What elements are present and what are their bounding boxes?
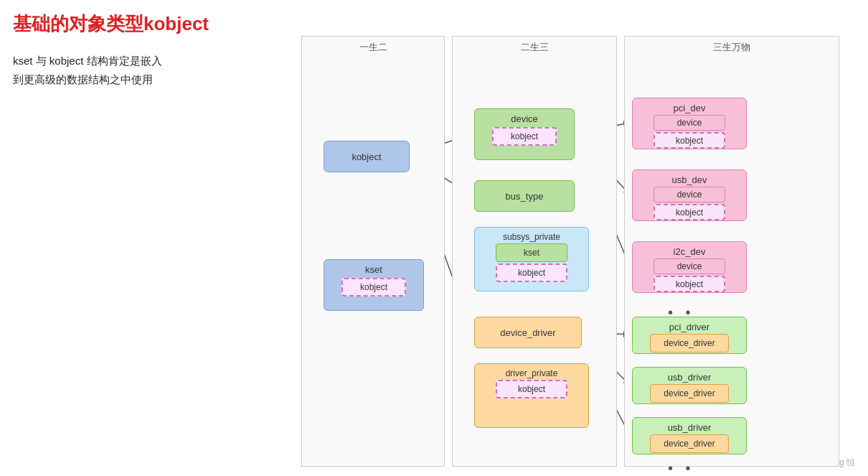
box-devdriver: device_driver	[474, 317, 582, 348]
devdriver-in-usbdriver2: device_driver	[650, 434, 729, 453]
col3-label: 三生万物	[625, 41, 839, 54]
box-bustype: bus_type	[474, 180, 575, 212]
device-in-pcidev-label: device	[677, 118, 702, 128]
subtitle-line2: 到更高级的数据结构之中使用	[13, 70, 162, 89]
device-in-i2cdev: device	[654, 258, 725, 274]
kobject-in-pcidev: kobject	[654, 132, 725, 149]
kobject-in-i2cdev-label: kobject	[676, 279, 703, 289]
kobject-in-device: kobject	[492, 127, 557, 146]
kobject-in-usbdev: kobject	[654, 204, 725, 220]
devdriver-in-usbdriver2-label: device_driver	[664, 439, 714, 449]
box-usbdev: usb_dev device kobject	[632, 169, 747, 221]
device-label: device	[511, 113, 538, 124]
page-title: 基础的对象类型kobject	[13, 11, 209, 37]
usbdev-label: usb_dev	[671, 174, 707, 185]
device-in-pcidev: device	[654, 115, 725, 131]
pcidev-label: pci_dev	[674, 103, 706, 113]
box-device: device kobject	[474, 108, 575, 160]
kset-in-subsys-label: kset	[524, 248, 539, 258]
devdriver-in-pcidriver-label: device_driver	[664, 338, 714, 348]
subtitle-line1: kset 与 kobject 结构肯定是嵌入	[13, 52, 162, 70]
kobject-in-usbdev-label: kobject	[676, 207, 703, 218]
devdriver-in-usbdriver1-label: device_driver	[664, 388, 714, 398]
box-i2cdev: i2c_dev device kobject	[632, 241, 747, 293]
kobject-in-pcidev-label: kobject	[676, 136, 703, 146]
devdriver-label: device_driver	[500, 327, 555, 338]
device-in-usbdev-label: device	[677, 190, 702, 200]
box-drvprivate: driver_private kobject	[474, 363, 589, 428]
kobject-in-drvprivate-label: kobject	[518, 384, 545, 394]
device-in-i2cdev-label: device	[677, 261, 702, 271]
devdriver-in-usbdriver1: device_driver	[650, 384, 729, 403]
kobject-in-subsys-label: kobject	[518, 268, 545, 278]
box-pcidriver: pci_driver device_driver	[632, 317, 747, 354]
box-subsys: subsys_private kset kobject	[474, 227, 589, 291]
drvprivate-label: driver_private	[506, 368, 558, 378]
col-1: 一生二 kobject kset kobject	[301, 36, 445, 467]
usbdriver2-label: usb_driver	[668, 422, 712, 433]
box-kset: kset kobject	[324, 259, 424, 311]
box-kobject-main: kobject	[324, 141, 410, 172]
kobject-in-drvprivate: kobject	[496, 380, 567, 398]
col-2: 二生三 device kobject bus_type subsys_priva…	[452, 36, 617, 467]
device-in-usbdev: device	[654, 187, 725, 202]
devdriver-in-pcidriver: device_driver	[650, 334, 729, 353]
kobject-in-subsys: kobject	[496, 263, 567, 282]
kobject-in-device-label: kobject	[511, 131, 538, 141]
subsys-label: subsys_private	[503, 232, 560, 242]
kobject-in-kset: kobject	[341, 278, 406, 297]
kobject-in-kset-label: kobject	[360, 282, 387, 292]
kset-in-subsys: kset	[496, 243, 567, 262]
kobject-in-i2cdev: kobject	[654, 276, 725, 292]
col-3: 三生万物 pci_dev device kobject usb_dev devi…	[624, 36, 839, 467]
box-usbdriver2: usb_driver device_driver	[632, 417, 747, 454]
bustype-label: bus_type	[506, 191, 544, 202]
col2-label: 二生三	[453, 41, 616, 54]
kset-label: kset	[365, 264, 382, 275]
i2cdev-label: i2c_dev	[674, 246, 706, 257]
box-usbdriver1: usb_driver device_driver	[632, 367, 747, 404]
dots-bottom: • •	[668, 460, 695, 476]
diagram: 一生二 kobject kset kobject 二生三 device kobj…	[301, 36, 854, 467]
col1-label: 一生二	[302, 41, 444, 54]
kobject-main-label: kobject	[352, 151, 381, 162]
box-pcidev: pci_dev device kobject	[632, 98, 747, 149]
subtitle: kset 与 kobject 结构肯定是嵌入 到更高级的数据结构之中使用	[13, 52, 162, 88]
pcidriver-label: pci_driver	[669, 322, 709, 332]
usbdriver1-label: usb_driver	[668, 372, 712, 383]
